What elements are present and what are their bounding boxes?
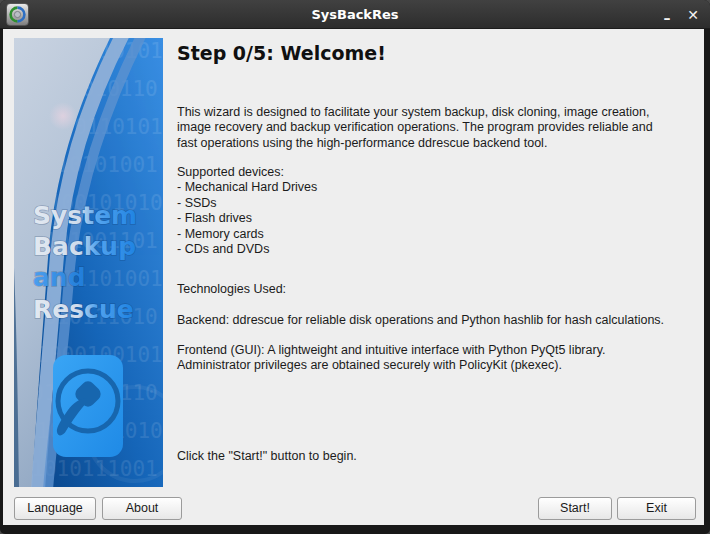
exit-button[interactable]: Exit [617, 497, 696, 520]
titlebar: SysBackRes – ✕ [0, 0, 710, 29]
page-title: Step 0/5: Welcome! [177, 42, 386, 64]
intro-text: This wizard is designed to facilitate yo… [177, 105, 704, 151]
content-area: 011010110101 101011010110 010100110101 0… [3, 29, 704, 525]
language-button[interactable]: Language [14, 497, 96, 520]
start-button[interactable]: Start! [538, 497, 612, 520]
svg-text:Backup: Backup [33, 232, 136, 261]
svg-text:and: and [33, 263, 86, 292]
sidebar-artwork: 011010110101 101011010110 010100110101 0… [14, 38, 163, 487]
hard-drive-icon [53, 355, 123, 457]
technologies-label: Technologies Used: [177, 282, 577, 297]
lens-flare [49, 102, 77, 130]
frontend-text: Frontend (GUI): A lightweight and intuit… [177, 343, 704, 374]
svg-text:System: System [33, 201, 137, 230]
window-title: SysBackRes [0, 0, 710, 29]
supported-devices-list: Supported devices: - Mechanical Hard Dri… [177, 165, 577, 257]
close-icon[interactable]: ✕ [680, 0, 706, 29]
svg-text:Rescue: Rescue [33, 295, 134, 324]
about-button[interactable]: About [102, 497, 182, 520]
backend-text: Backend: ddrescue for reliable disk oper… [177, 313, 704, 328]
minimize-icon[interactable]: – [654, 0, 680, 29]
start-hint-text: Click the "Start!" button to begin. [177, 449, 577, 464]
app-window: SysBackRes – ✕ [0, 0, 710, 534]
